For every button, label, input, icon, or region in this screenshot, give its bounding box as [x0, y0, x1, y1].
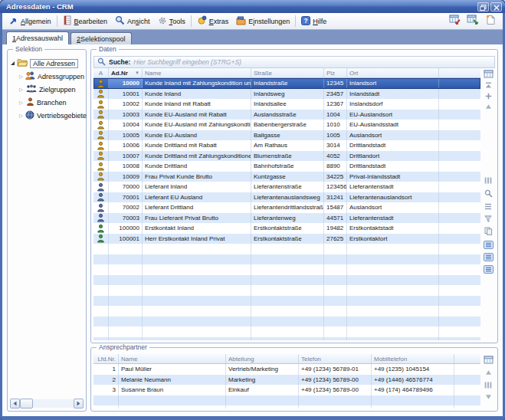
address-row-10007[interactable]: 10007Kunde Drittland mit Zahlungskonditi… — [93, 151, 480, 162]
new-page-button[interactable] — [483, 15, 497, 28]
empty-row — [93, 395, 480, 406]
arrow-up-right-icon — [9, 16, 18, 27]
address-row-10006[interactable]: 10006Kunde Drittland mit RabattAm Rathau… — [93, 140, 480, 151]
menu-item-hilfe[interactable]: ?Hilfe — [297, 15, 330, 28]
column-header-ort[interactable]: Ort — [347, 68, 439, 77]
list-view-blue-3-icon[interactable] — [483, 264, 494, 274]
list-view-blue-2-icon[interactable] — [483, 252, 494, 261]
help-icon: ? — [301, 16, 310, 27]
menu-item-allgemein[interactable]: Allgemein — [5, 15, 55, 28]
contact-row-1[interactable]: 1Paul MüllerVertrieb/Marketing+49 (1234)… — [93, 364, 480, 375]
search-bar: Suche: — [93, 56, 495, 68]
address-row-10005[interactable]: 10005Kunde EU-AuslandBallgasse1005Auslan… — [93, 130, 480, 141]
tree-item-alle-adressen[interactable]: Alle Adressen — [11, 57, 84, 70]
column-header-name[interactable]: Name — [119, 354, 226, 363]
address-row-70001[interactable]: 70001Lieferant EU AuslandLieferantenausl… — [93, 192, 480, 203]
kunde-person-icon — [93, 89, 109, 100]
tree-item-adressgruppen[interactable]: ▷Adressgruppen — [11, 70, 84, 83]
column-header-ad-nr[interactable]: Ad.Nr▼ — [109, 68, 143, 77]
column-header-lfd-nr-[interactable]: Lfd.Nr. — [93, 354, 119, 363]
up-arrow-icon[interactable] — [483, 368, 494, 377]
tab-1-adressauswahl[interactable]: 1 Adressauswahl — [6, 31, 69, 44]
address-row-10009[interactable]: 10009Frau Privat Kunde BruttoKuntzgasse3… — [93, 172, 480, 182]
expander-closed-icon[interactable]: ▷ — [19, 113, 23, 118]
address-row-10008[interactable]: 10008Kunde DrittlandBahnhofstraße8890Dri… — [93, 161, 480, 172]
tab-band: 1 Adressauswahl2 Selektionspool — [2, 30, 503, 44]
address-row-10004[interactable]: 10004Kunde EU-Ausland mit Zahlungskondti… — [93, 120, 480, 130]
close-button[interactable] — [490, 2, 502, 11]
menu-item-einstellungen[interactable]: Einstellungen — [232, 15, 293, 28]
tree-item-zielgruppen[interactable]: ▷Zielgruppen — [11, 83, 84, 96]
address-row-10000[interactable]: 10000Kunde Inland mit Zahlungskondition … — [93, 78, 480, 89]
column-header-a[interactable]: A — [93, 68, 109, 77]
table-arrow-red-button[interactable] — [448, 15, 462, 28]
column-header-mobiltelefon[interactable]: Mobiltelefon — [372, 354, 454, 363]
expander-closed-icon[interactable]: ▷ — [19, 87, 24, 92]
column-chooser-icon[interactable] — [483, 69, 494, 78]
tab-2-selektionspool[interactable]: 2 Selektionspool — [71, 32, 132, 44]
empty-row — [93, 405, 480, 409]
kunde-person-icon — [93, 140, 109, 151]
column-header-abteilung[interactable]: Abteilung — [226, 354, 299, 363]
down-arrow-icon[interactable] — [483, 392, 494, 402]
filter-icon[interactable] — [483, 214, 494, 223]
address-row-100000[interactable]: 100000Erstkontakt InlandErstkontaktstraß… — [93, 223, 480, 234]
kunde-person-icon — [93, 99, 109, 110]
address-row-70000[interactable]: 70000Lieferant InlandLieferantenstraße12… — [93, 182, 480, 192]
empty-row — [93, 326, 480, 337]
address-row-10003[interactable]: 10003Kunde EU-Ausland mit RabattAuslands… — [93, 110, 480, 120]
toolbar-right — [448, 15, 500, 28]
column-width-icon[interactable] — [483, 176, 494, 185]
search-icon[interactable] — [483, 189, 494, 198]
up-arrow-icon[interactable] — [483, 102, 494, 111]
tree-item-vertriebsgebiete[interactable]: ▷Vertriebsgebiete — [11, 109, 84, 122]
ansprechpartner-panel-label: Ansprechpartner — [97, 344, 149, 351]
search-input[interactable] — [133, 58, 491, 66]
menu-item-extras[interactable]: Extras — [193, 14, 233, 28]
magnifier-icon — [115, 15, 125, 27]
contact-row-2[interactable]: 2Melanie NeumannMarketing+49 (1234) 5678… — [93, 375, 480, 386]
scrollbar-track[interactable] — [33, 399, 74, 408]
table-arrow-green-button[interactable] — [465, 15, 480, 28]
tree-item-label: Vertriebsgebiete — [37, 112, 87, 120]
column-chooser-icon[interactable] — [483, 355, 494, 364]
column-header-telefon[interactable]: Telefon — [299, 354, 372, 363]
scroll-top-icon[interactable] — [483, 80, 494, 90]
column-width-icon[interactable] — [483, 380, 494, 389]
edit-page-icon — [63, 15, 72, 27]
address-row-70002[interactable]: 70002Lieferant DrittlandLieferantendritt… — [93, 202, 480, 213]
restore-button[interactable] — [477, 2, 489, 11]
scroll-right-button[interactable] — [74, 399, 84, 409]
address-row-100001[interactable]: 100001Herr Erstkontakt Inland PrivatErst… — [93, 234, 480, 244]
globe-icon — [25, 110, 34, 121]
tree-item-branchen[interactable]: ▷Branchen — [11, 96, 84, 109]
column-header-straße[interactable]: Straße — [251, 68, 324, 77]
expander-closed-icon[interactable]: ▷ — [19, 74, 23, 79]
contact-table-rows: 1Paul MüllerVertrieb/Marketing+49 (1234)… — [93, 364, 480, 409]
list-lines-icon[interactable] — [483, 202, 494, 211]
gear-icon — [158, 16, 167, 27]
column-header-plz[interactable]: Plz — [324, 68, 347, 77]
menu-item-ansicht[interactable]: Ansicht — [111, 14, 154, 28]
address-row-10002[interactable]: 10002Kunde Inland mit RabattInlandsallee… — [93, 99, 480, 110]
address-row-70003[interactable]: 70003Frau Lieferant Privat BruttoLiefera… — [93, 213, 480, 224]
titlebar[interactable]: Adressdaten - CRM — [0, 0, 505, 13]
scroll-left-button[interactable] — [10, 399, 20, 409]
column-header-name[interactable]: Name — [143, 68, 251, 77]
address-row-10001[interactable]: 10001Kunde InlandInlandsweg23457Inlandst… — [93, 89, 480, 100]
contact-row-3[interactable]: 3Susanne BraunEinkauf+49 (1234) 56789-00… — [93, 385, 480, 395]
tree-horizontal-scrollbar — [10, 399, 84, 409]
menu-item-tools[interactable]: Tools — [154, 15, 189, 28]
expander-closed-icon[interactable]: ▷ — [19, 100, 24, 105]
settings-folder-icon — [236, 16, 246, 27]
copy-icon[interactable] — [483, 226, 494, 235]
empty-row — [93, 244, 480, 254]
kunde-person-icon — [93, 78, 109, 89]
scrollbar-thumb[interactable] — [20, 399, 33, 409]
menu-item-bearbeiten[interactable]: Bearbeiten — [59, 14, 112, 28]
table-arrow-green-icon — [467, 15, 478, 28]
expander-open-icon[interactable] — [11, 61, 15, 65]
list-view-blue-1-icon[interactable] — [483, 240, 494, 249]
erstkontakt-person-icon — [93, 234, 109, 244]
add-row-icon[interactable] — [483, 91, 494, 100]
